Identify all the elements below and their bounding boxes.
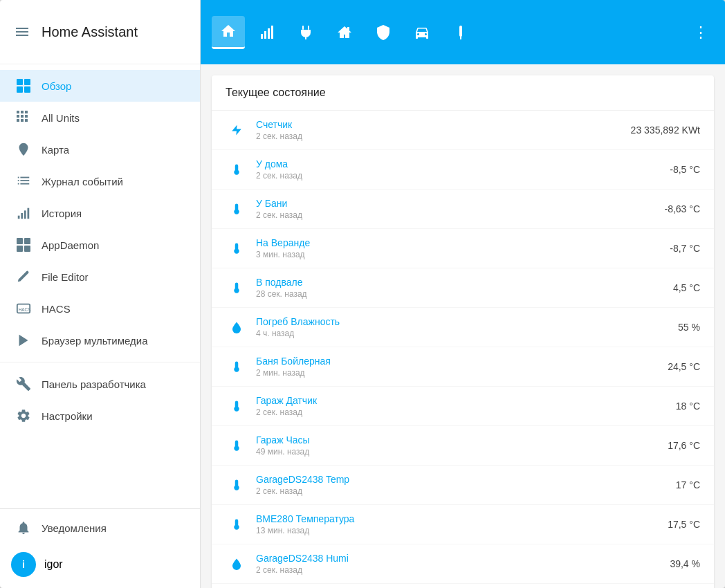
svg-text:HACS: HACS [19, 307, 31, 312]
sensor-value: 55 % [678, 322, 700, 333]
sensor-info: У Бани 2 сек. назад [256, 198, 664, 220]
sensor-value: 4,5 °C [673, 282, 700, 293]
sensor-icon [226, 162, 248, 177]
sidebar-item-map[interactable]: Карта [0, 134, 200, 165]
sensor-row[interactable]: GarageDS2438 Temp 2 сек. назад 17 °C [212, 466, 714, 505]
svg-rect-8 [21, 111, 24, 113]
sidebar-item-media[interactable]: Браузер мультимедиа [0, 324, 200, 356]
svg-rect-0 [16, 28, 28, 29]
nav-divider [0, 362, 200, 362]
sensor-time: 2 сек. назад [256, 131, 631, 141]
sensor-icon [226, 359, 248, 374]
topbar-car-icon[interactable] [405, 16, 439, 49]
sidebar-item-label: Обзор [42, 80, 71, 92]
svg-rect-17 [18, 177, 19, 178]
sensor-value: 24,5 °C [668, 361, 700, 372]
topbar-chart-icon[interactable] [250, 16, 284, 49]
sensor-row[interactable]: GarageDS2438 Humi 2 сек. назад 39,4 % [212, 544, 714, 584]
sensor-value: -8,5 °C [670, 164, 700, 175]
sensor-row[interactable]: BME280 Температура 13 мин. назад 17,5 °C [212, 505, 714, 544]
sidebar-item-file-editor[interactable]: File Editor [0, 261, 200, 293]
sensor-info: На Веранде 3 мин. назад [256, 237, 670, 259]
sensor-time: 2 мин. назад [256, 368, 668, 378]
sensor-time: 2 сек. назад [256, 210, 664, 220]
sensor-name: Погреб Влажность [256, 316, 678, 327]
more-options-icon[interactable]: ⋮ [688, 18, 714, 47]
sidebar-item-notifications[interactable]: Уведомления [0, 512, 200, 544]
sensor-icon [226, 320, 248, 335]
map-icon [11, 142, 36, 157]
sensor-info: BME280 Температура 13 мин. назад [256, 513, 668, 535]
overview-icon [11, 78, 36, 93]
sidebar-item-label: Журнал событий [42, 176, 123, 187]
sensor-row[interactable]: В подвале 28 сек. назад 4,5 °C [212, 268, 714, 308]
topbar-sensor-icon[interactable] [444, 16, 477, 49]
media-icon [11, 333, 36, 348]
sidebar-header: Home Assistant [0, 0, 200, 64]
svg-rect-30 [24, 246, 30, 252]
svg-rect-19 [18, 180, 19, 181]
svg-rect-6 [24, 86, 30, 93]
sensor-time: 2 сек. назад [256, 407, 676, 417]
sidebar-item-all-units[interactable]: All Units [0, 102, 200, 134]
sidebar-item-label: Настройки [42, 410, 93, 422]
card-area: Текущее состояние Счетчик 2 сек. назад 2… [201, 64, 725, 588]
history-icon [11, 205, 36, 221]
sensor-info: Гараж Часы 49 мин. назад [256, 434, 668, 457]
sensor-info: Погреб Влажность 4 ч. назад [256, 316, 678, 338]
sensor-row[interactable]: Погреб Влажность 4 ч. назад 55 % [212, 308, 714, 347]
menu-icon[interactable] [11, 21, 33, 43]
sensor-time: 2 сек. назад [256, 171, 670, 181]
topbar-garage-icon[interactable] [328, 16, 361, 49]
svg-rect-40 [305, 37, 306, 39]
svg-rect-41 [459, 26, 462, 37]
svg-rect-14 [21, 119, 24, 122]
sidebar-item-events[interactable]: Журнал событий [0, 165, 200, 197]
app-title: Home Assistant [42, 24, 138, 40]
sensor-icon [226, 280, 248, 295]
top-bar-icons [212, 16, 477, 49]
sidebar-item-appdaemon[interactable]: AppDaemon [0, 229, 200, 261]
all-units-icon [11, 110, 36, 125]
sidebar-item-history[interactable]: История [0, 197, 200, 229]
svg-rect-29 [17, 246, 23, 252]
sensor-info: Гараж Датчик 2 сек. назад [256, 395, 676, 417]
sidebar-item-dev-panel[interactable]: Панель разработчика [0, 368, 200, 400]
notifications-label: Уведомления [42, 522, 107, 534]
topbar-home-icon[interactable] [212, 16, 245, 49]
svg-rect-23 [18, 216, 20, 219]
sidebar-item-user[interactable]: i igor [0, 544, 200, 585]
sensor-time: 28 сек. назад [256, 289, 673, 299]
sensor-row[interactable]: Счетчик 2 сек. назад 23 335,892 KWt [212, 111, 714, 150]
sidebar-item-hacs[interactable]: HACS HACS [0, 293, 200, 324]
topbar-plug-icon[interactable] [289, 16, 322, 49]
svg-rect-2 [16, 35, 28, 36]
sidebar-item-overview[interactable]: Обзор [0, 70, 200, 102]
svg-rect-4 [24, 79, 30, 85]
sensor-info: Баня Бойлерная 2 мин. назад [256, 356, 668, 378]
sensor-icon [226, 122, 248, 138]
svg-rect-15 [25, 119, 28, 122]
sidebar-item-settings[interactable]: Настройки [0, 400, 200, 432]
topbar-shield-icon[interactable] [367, 16, 400, 49]
sensor-time: 4 ч. назад [256, 329, 678, 338]
sidebar: Home Assistant Обзор [0, 0, 201, 588]
svg-rect-28 [24, 238, 30, 244]
sensor-value: 17 °C [676, 479, 700, 490]
svg-marker-33 [19, 335, 28, 347]
sensor-row[interactable]: Гараж Часы 49 мин. назад 17,6 °C [212, 426, 714, 466]
sensor-row[interactable]: Гараж Датчик 2 сек. назад 18 °C [212, 387, 714, 426]
sensor-row[interactable]: BME280 Влажность 12 сек. назад 35 % [212, 584, 714, 588]
sensor-name: BME280 Температура [256, 513, 668, 524]
svg-rect-21 [18, 183, 19, 185]
sensor-row[interactable]: У Бани 2 сек. назад -8,63 °C [212, 190, 714, 229]
current-state-card: Текущее состояние Счетчик 2 сек. назад 2… [212, 75, 714, 588]
sensor-row[interactable]: На Веранде 3 мин. назад -8,7 °C [212, 229, 714, 268]
sensor-name: GarageDS2438 Humi [256, 553, 670, 564]
sensor-time: 49 мин. назад [256, 447, 668, 457]
sensor-row[interactable]: Баня Бойлерная 2 мин. назад 24,5 °C [212, 347, 714, 387]
sensor-row[interactable]: У дома 2 сек. назад -8,5 °C [212, 150, 714, 190]
card-title: Текущее состояние [212, 75, 714, 111]
svg-rect-34 [261, 34, 263, 39]
svg-point-43 [460, 35, 461, 37]
